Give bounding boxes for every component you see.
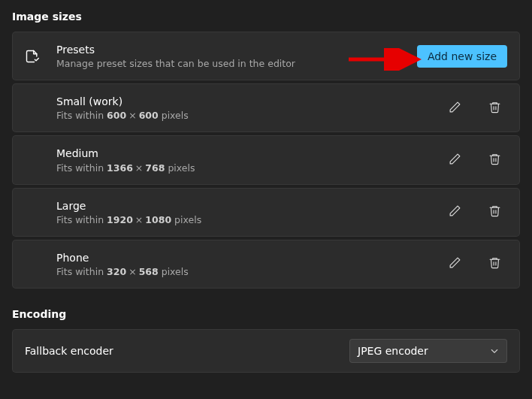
preset-name: Phone <box>56 251 446 264</box>
delete-button[interactable] <box>485 201 504 222</box>
preset-dimensions: Fits within 1366×768 pixels <box>56 162 446 174</box>
edit-button[interactable] <box>446 150 464 171</box>
edit-button[interactable] <box>446 98 464 119</box>
presets-subtitle: Manage preset sizes that can be used in … <box>56 58 417 69</box>
delete-button[interactable] <box>485 253 504 274</box>
preset-dimensions: Fits within 600×600 pixels <box>56 110 446 121</box>
preset-dimensions: Fits within 320×568 pixels <box>56 266 446 277</box>
pencil-icon <box>449 101 461 116</box>
preset-name: Medium <box>56 147 446 160</box>
presets-title: Presets <box>56 43 417 56</box>
edit-button[interactable] <box>446 201 464 222</box>
preset-row[interactable]: Small (work)Fits within 600×600 pixels <box>12 83 520 132</box>
preset-row[interactable]: MediumFits within 1366×768 pixels <box>12 135 520 184</box>
chevron-down-icon <box>490 346 499 355</box>
delete-button[interactable] <box>485 98 504 119</box>
edit-button[interactable] <box>446 253 464 274</box>
section-title-encoding: Encoding <box>12 308 520 320</box>
pencil-icon <box>449 256 461 271</box>
settings-scroll-area[interactable]: Image sizes Presets Manage preset sizes … <box>0 0 532 399</box>
fallback-encoder-select[interactable]: JPEG encoder <box>349 339 507 363</box>
trash-icon <box>488 204 501 219</box>
preset-name: Large <box>56 199 446 213</box>
presets-icon <box>25 49 56 64</box>
section-title-image-sizes: Image sizes <box>12 11 520 23</box>
trash-icon <box>488 256 501 271</box>
preset-dimensions: Fits within 1920×1080 pixels <box>56 214 446 225</box>
fallback-encoder-label: Fallback encoder <box>25 345 349 357</box>
pencil-icon <box>449 204 461 219</box>
presets-header-card: Presets Manage preset sizes that can be … <box>12 32 520 80</box>
preset-name: Small (work) <box>56 95 446 108</box>
pencil-icon <box>449 153 461 168</box>
trash-icon <box>488 101 501 116</box>
trash-icon <box>488 153 501 168</box>
fallback-encoder-value: JPEG encoder <box>358 345 428 357</box>
fallback-encoder-row: Fallback encoder JPEG encoder <box>12 329 520 373</box>
preset-row[interactable]: LargeFits within 1920×1080 pixels <box>12 188 520 237</box>
add-new-size-button[interactable]: Add new size <box>417 45 507 68</box>
delete-button[interactable] <box>485 150 504 171</box>
preset-row[interactable]: PhoneFits within 320×568 pixels <box>12 240 520 289</box>
